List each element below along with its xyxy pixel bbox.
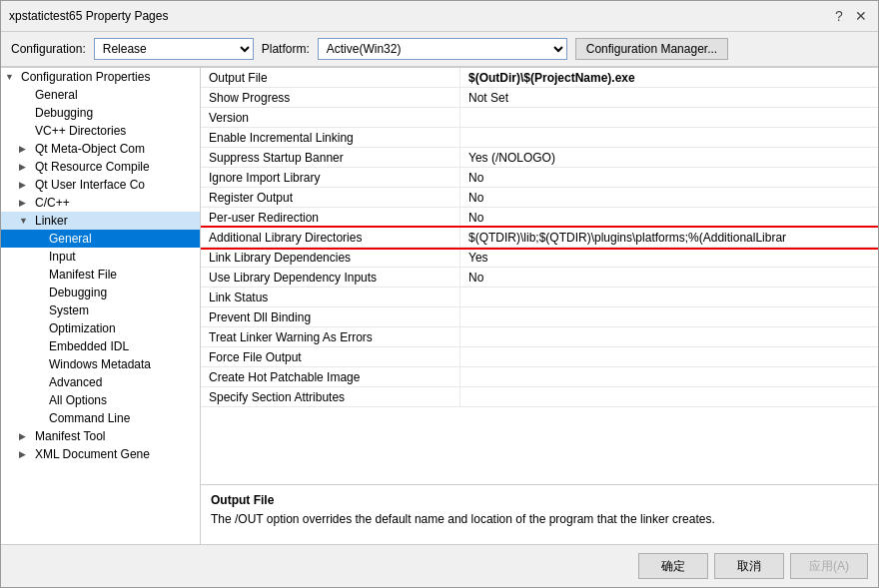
apply-button[interactable]: 应用(A) bbox=[790, 553, 868, 579]
prop-row-incremental[interactable]: Enable Incremental Linking bbox=[201, 128, 878, 148]
tree-item-manifest-tool[interactable]: ▶Manifest Tool bbox=[1, 427, 200, 445]
tree-label-general: General bbox=[35, 88, 78, 102]
tree-item-vc-dirs[interactable]: VC++ Directories bbox=[1, 122, 200, 140]
tree-item-linker-input[interactable]: Input bbox=[1, 248, 200, 266]
tree-item-linker[interactable]: ▼Linker bbox=[1, 212, 200, 230]
tree-label-qt-meta: Qt Meta-Object Com bbox=[35, 142, 145, 156]
prop-row-show-progress[interactable]: Show ProgressNot Set bbox=[201, 88, 878, 108]
property-pages-dialog: xpstatictest65 Property Pages ? ✕ Config… bbox=[0, 0, 879, 588]
prop-value-create-hot bbox=[460, 367, 878, 386]
prop-row-prevent-dll[interactable]: Prevent Dll Binding bbox=[201, 307, 878, 327]
tree-expander-config-props: ▼ bbox=[5, 72, 19, 82]
prop-row-per-user[interactable]: Per-user RedirectionNo bbox=[201, 208, 878, 228]
prop-name-link-lib-deps: Link Library Dependencies bbox=[201, 248, 460, 267]
prop-name-create-hot: Create Hot Patchable Image bbox=[201, 367, 460, 386]
prop-name-add-lib-dirs: Additional Library Directories bbox=[201, 228, 460, 247]
prop-row-ignore-import[interactable]: Ignore Import LibraryNo bbox=[201, 168, 878, 188]
tree-item-linker-advanced[interactable]: Advanced bbox=[1, 373, 200, 391]
prop-row-link-status[interactable]: Link Status bbox=[201, 288, 878, 307]
prop-name-prevent-dll: Prevent Dll Binding bbox=[201, 307, 460, 326]
tree-item-linker-cmdline[interactable]: Command Line bbox=[1, 409, 200, 427]
ok-button[interactable]: 确定 bbox=[638, 553, 708, 579]
tree-label-xml-doc: XML Document Gene bbox=[35, 447, 150, 461]
tree-item-linker-optimization[interactable]: Optimization bbox=[1, 319, 200, 337]
tree-label-config-props: Configuration Properties bbox=[21, 70, 150, 84]
prop-value-per-user: No bbox=[460, 208, 878, 227]
description-text: The /OUT option overrides the default na… bbox=[211, 511, 868, 528]
description-title: Output File bbox=[211, 493, 868, 507]
tree-item-linker-embedded[interactable]: Embedded IDL bbox=[1, 337, 200, 355]
tree-label-linker-alloptions: All Options bbox=[49, 393, 107, 407]
tree-item-linker-windows[interactable]: Windows Metadata bbox=[1, 355, 200, 373]
prop-name-version: Version bbox=[201, 108, 460, 127]
config-manager-button[interactable]: Configuration Manager... bbox=[575, 38, 728, 60]
tree-label-qt-resource: Qt Resource Compile bbox=[35, 160, 150, 174]
prop-value-add-lib-dirs: $(QTDIR)\lib;$(QTDIR)\plugins\platforms;… bbox=[460, 228, 878, 247]
configuration-select[interactable]: Release bbox=[94, 38, 254, 60]
tree-label-linker-embedded: Embedded IDL bbox=[49, 339, 129, 353]
prop-name-treat-warning: Treat Linker Warning As Errors bbox=[201, 327, 460, 346]
tree-item-linker-general[interactable]: General bbox=[1, 230, 200, 248]
tree-item-config-props[interactable]: ▼Configuration Properties bbox=[1, 68, 200, 86]
description-panel: Output File The /OUT option overrides th… bbox=[201, 484, 878, 544]
prop-value-incremental bbox=[460, 128, 878, 147]
cancel-button[interactable]: 取消 bbox=[714, 553, 784, 579]
tree-expander-qt-meta: ▶ bbox=[19, 144, 33, 154]
prop-row-treat-warning[interactable]: Treat Linker Warning As Errors bbox=[201, 327, 878, 347]
prop-row-startup-banner[interactable]: Suppress Startup BannerYes (/NOLOGO) bbox=[201, 148, 878, 168]
main-content: ▼Configuration PropertiesGeneralDebuggin… bbox=[1, 67, 878, 544]
tree-label-linker-optimization: Optimization bbox=[49, 321, 116, 335]
prop-row-register-output[interactable]: Register OutputNo bbox=[201, 188, 878, 208]
prop-row-create-hot[interactable]: Create Hot Patchable Image bbox=[201, 367, 878, 387]
close-button[interactable]: ✕ bbox=[852, 7, 870, 25]
tree-item-general[interactable]: General bbox=[1, 86, 200, 104]
prop-value-prevent-dll bbox=[460, 307, 878, 326]
prop-row-version[interactable]: Version bbox=[201, 108, 878, 128]
prop-value-link-status bbox=[460, 288, 878, 306]
prop-name-register-output: Register Output bbox=[201, 188, 460, 207]
platform-select[interactable]: Active(Win32) bbox=[318, 38, 567, 60]
platform-label: Platform: bbox=[262, 42, 310, 56]
left-panel: ▼Configuration PropertiesGeneralDebuggin… bbox=[1, 68, 201, 544]
tree-expander-linker: ▼ bbox=[19, 216, 33, 226]
tree-expander-qt-resource: ▶ bbox=[19, 162, 33, 172]
help-button[interactable]: ? bbox=[830, 7, 848, 25]
prop-row-force-file[interactable]: Force File Output bbox=[201, 347, 878, 367]
prop-value-specify-section bbox=[460, 387, 878, 406]
prop-name-ignore-import: Ignore Import Library bbox=[201, 168, 460, 187]
window-title: xpstatictest65 Property Pages bbox=[9, 9, 168, 23]
prop-row-add-lib-dirs[interactable]: Additional Library Directories$(QTDIR)\l… bbox=[201, 228, 878, 248]
prop-value-show-progress: Not Set bbox=[460, 88, 878, 107]
tree-item-linker-debugging[interactable]: Debugging bbox=[1, 284, 200, 301]
config-label: Configuration: bbox=[11, 42, 86, 56]
prop-value-force-file bbox=[460, 347, 878, 366]
tree-item-linker-system[interactable]: System bbox=[1, 301, 200, 319]
bottom-bar: 确定 取消 应用(A) bbox=[1, 544, 878, 587]
tree-label-linker-system: System bbox=[49, 303, 89, 317]
tree-item-xml-doc[interactable]: ▶XML Document Gene bbox=[1, 445, 200, 463]
tree-item-debugging[interactable]: Debugging bbox=[1, 104, 200, 122]
prop-row-link-lib-deps[interactable]: Link Library DependenciesYes bbox=[201, 248, 878, 268]
tree-expander-cpp: ▶ bbox=[19, 198, 33, 208]
prop-value-output-file: $(OutDir)\$(ProjectName).exe bbox=[460, 68, 878, 87]
prop-row-output-file[interactable]: Output File$(OutDir)\$(ProjectName).exe bbox=[201, 68, 878, 88]
tree-label-linker-input: Input bbox=[49, 250, 76, 264]
prop-value-use-lib-dep: No bbox=[460, 268, 878, 287]
tree-item-qt-ui[interactable]: ▶Qt User Interface Co bbox=[1, 176, 200, 194]
prop-value-treat-warning bbox=[460, 327, 878, 346]
prop-value-version bbox=[460, 108, 878, 127]
prop-row-use-lib-dep[interactable]: Use Library Dependency InputsNo bbox=[201, 268, 878, 288]
tree-label-linker-advanced: Advanced bbox=[49, 375, 102, 389]
tree-item-qt-resource[interactable]: ▶Qt Resource Compile bbox=[1, 158, 200, 176]
tree-label-linker: Linker bbox=[35, 214, 68, 228]
tree-item-linker-alloptions[interactable]: All Options bbox=[1, 391, 200, 409]
tree-expander-xml-doc: ▶ bbox=[19, 449, 33, 459]
tree-label-manifest-tool: Manifest Tool bbox=[35, 429, 105, 443]
tree-label-linker-general: General bbox=[49, 232, 92, 246]
prop-row-specify-section[interactable]: Specify Section Attributes bbox=[201, 387, 878, 407]
prop-name-specify-section: Specify Section Attributes bbox=[201, 387, 460, 406]
tree-item-linker-manifest[interactable]: Manifest File bbox=[1, 266, 200, 284]
prop-name-use-lib-dep: Use Library Dependency Inputs bbox=[201, 268, 460, 287]
tree-item-qt-meta[interactable]: ▶Qt Meta-Object Com bbox=[1, 140, 200, 158]
tree-item-cpp[interactable]: ▶C/C++ bbox=[1, 194, 200, 212]
